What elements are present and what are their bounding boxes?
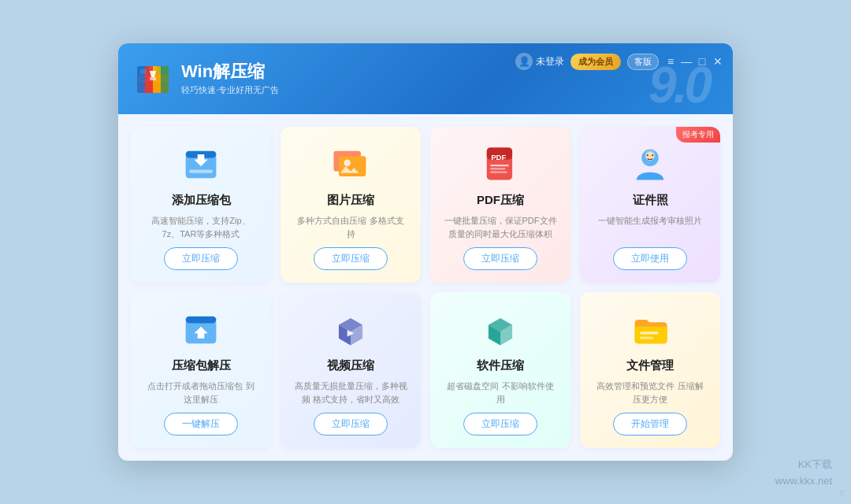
cert-title: 证件照 <box>633 193 668 208</box>
card-video: 视频压缩 高质量无损批量压缩，多种视频 格式支持，省时又高效 立即压缩 <box>281 292 421 448</box>
pdf-icon-svg: PDF <box>478 143 522 187</box>
main-window: Win解压缩 轻巧快速·专业好用无广告 👤 未登录 成为会员 客版 ≡ — □ … <box>118 43 733 461</box>
card-image: 图片压缩 多种方式自由压缩 多格式支持 立即压缩 <box>281 127 421 283</box>
logo-area: Win解压缩 轻巧快速·专业好用无广告 <box>134 60 279 98</box>
compress-btn[interactable]: 立即压缩 <box>164 247 238 270</box>
software-title: 软件压缩 <box>477 358 524 373</box>
watermark-line2: www.kkx.net <box>775 473 832 490</box>
pdf-title: PDF压缩 <box>477 193 524 208</box>
image-icon-svg <box>329 143 373 187</box>
header: Win解压缩 轻巧快速·专业好用无广告 👤 未登录 成为会员 客版 ≡ — □ … <box>118 43 733 114</box>
cert-icon <box>628 143 672 187</box>
files-desc: 高效管理和预览文件 压缩解压更方便 <box>593 380 708 406</box>
image-desc: 多种方式自由压缩 多格式支持 <box>293 214 408 240</box>
exam-badge: 报考专用 <box>676 127 720 143</box>
close-button[interactable]: ✕ <box>712 56 723 67</box>
svg-rect-7 <box>137 66 145 93</box>
decompress-title: 压缩包解压 <box>172 358 231 373</box>
card-pdf: PDF PDF压缩 一键批量压缩，保证PDF文件质量的同时最大化压缩体积 立即压… <box>430 127 570 283</box>
card-image-inner: 图片压缩 多种方式自由压缩 多格式支持 <box>293 143 408 241</box>
decompress-icon <box>179 308 223 352</box>
files-icon-svg <box>628 308 672 352</box>
main-content: 添加压缩包 高速智能压缩，支持Zip、7z、TAR等多种格式 立即压缩 <box>118 114 733 461</box>
title-area: Win解压缩 轻巧快速·专业好用无广告 <box>181 61 279 95</box>
card-files: 文件管理 高效管理和预览文件 压缩解压更方便 开始管理 <box>580 292 720 448</box>
card-decompress-inner: 压缩包解压 点击打开或者拖动压缩包 到这里解压 <box>143 308 258 406</box>
card-decompress: 压缩包解压 点击打开或者拖动压缩包 到这里解压 一键解压 <box>131 292 271 448</box>
watermark: KK下载 www.kkx.net <box>775 457 832 490</box>
svg-rect-21 <box>490 165 509 166</box>
software-desc: 超省磁盘空间 不影响软件使用 <box>443 380 558 406</box>
svg-rect-33 <box>640 337 653 339</box>
compress-icon <box>179 143 223 187</box>
watermark-line1: KK下载 <box>775 457 832 473</box>
card-cert: 报考专用 证件照 <box>580 127 720 283</box>
card-pdf-inner: PDF PDF压缩 一键批量压缩，保证PDF文件质量的同时最大化压缩体积 <box>443 143 558 241</box>
card-video-inner: 视频压缩 高质量无损批量压缩，多种视频 格式支持，省时又高效 <box>293 308 408 406</box>
svg-rect-10 <box>161 66 169 93</box>
decompress-desc: 点击打开或者拖动压缩包 到这里解压 <box>143 380 258 406</box>
video-desc: 高质量无损批量压缩，多种视频 格式支持，省时又高效 <box>293 380 408 406</box>
svg-rect-14 <box>189 169 213 172</box>
cert-icon-svg <box>628 143 672 187</box>
user-avatar: 👤 <box>515 53 533 70</box>
image-icon <box>329 143 373 187</box>
svg-rect-11 <box>150 77 156 80</box>
logo-icon <box>134 60 172 98</box>
svg-rect-23 <box>490 172 507 173</box>
decompress-btn[interactable]: 一键解压 <box>164 413 238 435</box>
files-btn[interactable]: 开始管理 <box>613 413 687 435</box>
svg-point-17 <box>344 160 351 167</box>
card-software-inner: 软件压缩 超省磁盘空间 不影响软件使用 <box>443 308 558 406</box>
cert-desc: 一键智能生成报考审核照片 <box>598 214 702 228</box>
card-compress: 添加压缩包 高速智能压缩，支持Zip、7z、TAR等多种格式 立即压缩 <box>131 127 271 283</box>
decompress-icon-svg <box>179 308 223 352</box>
app-subtitle: 轻巧快速·专业好用无广告 <box>181 84 279 96</box>
compress-desc: 高速智能压缩，支持Zip、7z、TAR等多种格式 <box>143 214 258 240</box>
cert-btn[interactable]: 立即使用 <box>613 247 687 270</box>
compress-title: 添加压缩包 <box>172 193 231 208</box>
card-cert-inner: 证件照 一键智能生成报考审核照片 <box>598 143 702 241</box>
pdf-icon: PDF <box>478 143 522 187</box>
software-icon-svg <box>478 308 522 352</box>
user-label: 未登录 <box>536 55 564 69</box>
card-software: 软件压缩 超省磁盘空间 不影响软件使用 立即压缩 <box>430 292 570 448</box>
svg-point-28 <box>652 154 653 156</box>
svg-rect-30 <box>186 317 217 324</box>
svg-text:PDF: PDF <box>491 153 506 161</box>
svg-rect-32 <box>640 332 659 334</box>
feature-grid: 添加压缩包 高速智能压缩，支持Zip、7z、TAR等多种格式 立即压缩 <box>131 127 720 448</box>
video-btn[interactable]: 立即压缩 <box>314 413 388 435</box>
files-title: 文件管理 <box>626 358 674 373</box>
svg-rect-22 <box>490 168 505 169</box>
compress-icon-svg <box>179 143 223 187</box>
video-icon-svg <box>329 308 373 352</box>
user-area: 👤 未登录 <box>515 53 564 70</box>
svg-point-27 <box>647 154 648 156</box>
video-icon <box>329 308 373 352</box>
app-title: Win解压缩 <box>181 61 279 82</box>
svg-rect-16 <box>339 156 366 176</box>
files-icon <box>628 308 672 352</box>
card-files-inner: 文件管理 高效管理和预览文件 压缩解压更方便 <box>593 308 708 406</box>
image-title: 图片压缩 <box>327 193 374 208</box>
image-btn[interactable]: 立即压缩 <box>314 247 388 270</box>
card-compress-inner: 添加压缩包 高速智能压缩，支持Zip、7z、TAR等多种格式 <box>143 143 258 241</box>
software-btn[interactable]: 立即压缩 <box>463 413 537 435</box>
software-icon <box>478 308 522 352</box>
pdf-btn[interactable]: 立即压缩 <box>463 247 537 270</box>
video-title: 视频压缩 <box>327 358 374 373</box>
version-number: 9.0 <box>648 60 709 110</box>
member-button[interactable]: 成为会员 <box>570 54 621 70</box>
pdf-desc: 一键批量压缩，保证PDF文件质量的同时最大化压缩体积 <box>443 214 558 240</box>
